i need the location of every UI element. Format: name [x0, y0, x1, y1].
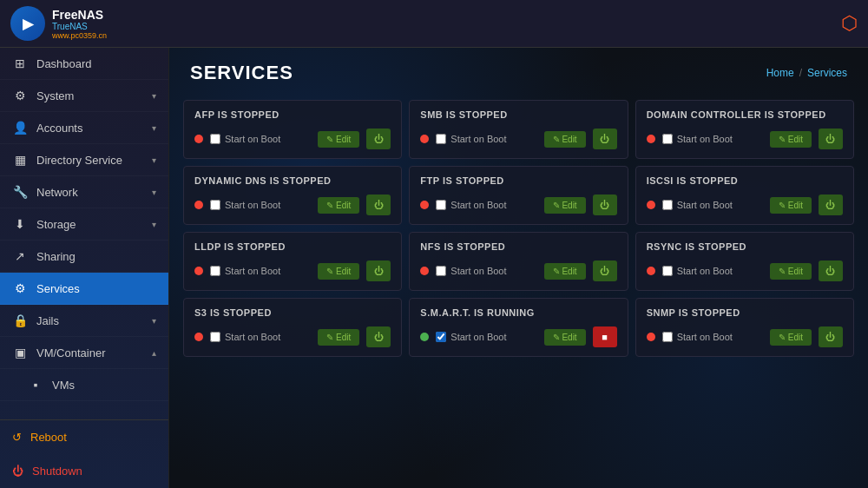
sidebar-item-storage[interactable]: ⬇ Storage ▾ — [0, 208, 168, 241]
service-controls-rsync: Start on Boot✎ Edit⏻ — [647, 260, 843, 281]
sidebar-item-sharing[interactable]: ↗ Sharing — [0, 241, 168, 273]
edit-button-rsync[interactable]: ✎ Edit — [770, 263, 812, 280]
start-boot-checkbox-nfs[interactable] — [436, 266, 446, 276]
start-on-boot-lldp: Start on Boot — [210, 266, 311, 276]
sidebar-item-vm-container[interactable]: ▣ VM/Container ▴ — [0, 337, 168, 369]
edit-button-nfs[interactable]: ✎ Edit — [544, 263, 586, 280]
sidebar-item-vms[interactable]: ▪ VMs — [0, 369, 168, 401]
status-dot-smb — [420, 135, 429, 143]
exit-icon[interactable]: ⬡ — [841, 12, 858, 34]
status-dot-snmp — [647, 333, 655, 341]
service-title-ftp: FTP IS STOPPED — [420, 175, 616, 186]
accounts-icon: 👤 — [12, 121, 28, 135]
service-card-afp: AFP IS STOPPEDStart on Boot✎ Edit⏻ — [183, 100, 402, 159]
edit-button-lldp[interactable]: ✎ Edit — [318, 263, 359, 280]
start-on-boot-snmp: Start on Boot — [662, 332, 763, 342]
sidebar-label-services: Services — [36, 282, 156, 295]
logo: ▶ FreeNAS TrueNAS www.pc0359.cn — [10, 6, 107, 41]
service-controls-s3: Start on Boot✎ Edit⏻ — [194, 326, 391, 347]
power-button-afp[interactable]: ⏻ — [366, 129, 391, 149]
edit-button-afp[interactable]: ✎ Edit — [318, 131, 359, 148]
top-bar: ▶ FreeNAS TrueNAS www.pc0359.cn ⬡ — [0, 0, 868, 48]
power-button-rsync[interactable]: ⏻ — [819, 260, 843, 281]
service-controls-domain-controller: Start on Boot✎ Edit⏻ — [647, 129, 843, 149]
power-button-iscsi[interactable]: ⏻ — [819, 195, 843, 215]
start-boot-checkbox-ftp[interactable] — [436, 200, 446, 210]
start-on-boot-rsync: Start on Boot — [662, 266, 763, 276]
sidebar-label-vms: VMs — [52, 379, 156, 392]
sidebar-item-services[interactable]: ⚙ Services — [0, 273, 168, 305]
sidebar-item-directory-service[interactable]: ▦ Directory Service ▾ — [0, 144, 168, 176]
edit-button-s3[interactable]: ✎ Edit — [318, 329, 359, 346]
chevron-icon: ▴ — [152, 348, 156, 358]
start-boot-checkbox-smart[interactable] — [436, 332, 446, 342]
start-on-boot-dynamic-dns: Start on Boot — [210, 200, 311, 210]
reboot-icon: ↺ — [12, 431, 22, 444]
start-boot-checkbox-domain-controller[interactable] — [662, 134, 673, 144]
chevron-icon: ▾ — [152, 316, 156, 326]
start-on-boot-iscsi: Start on Boot — [662, 200, 763, 210]
sidebar-item-accounts[interactable]: 👤 Accounts ▾ — [0, 112, 168, 144]
sidebar-item-system[interactable]: ⚙ System ▾ — [0, 80, 168, 112]
power-button-smb[interactable]: ⏻ — [593, 129, 617, 149]
power-button-dynamic-dns[interactable]: ⏻ — [366, 195, 391, 215]
chevron-icon: ▾ — [152, 155, 156, 165]
top-bar-right: ⬡ — [841, 12, 858, 35]
service-card-nfs: NFS IS STOPPEDStart on Boot✎ Edit⏻ — [409, 232, 628, 291]
start-boot-checkbox-iscsi[interactable] — [662, 200, 673, 210]
start-boot-checkbox-smb[interactable] — [436, 134, 446, 144]
sidebar-label-accounts: Accounts — [36, 122, 143, 135]
sidebar-item-network[interactable]: 🔧 Network ▾ — [0, 176, 168, 208]
power-button-snmp[interactable]: ⏻ — [819, 326, 843, 347]
sidebar-item-dashboard[interactable]: ⊞ Dashboard — [0, 48, 168, 80]
chevron-icon: ▾ — [152, 91, 156, 101]
page-title: SERVICES — [190, 62, 293, 84]
status-dot-lldp — [194, 267, 203, 275]
edit-button-iscsi[interactable]: ✎ Edit — [770, 197, 812, 214]
sidebar-label-storage: Storage — [36, 218, 143, 231]
power-button-s3[interactable]: ⏻ — [366, 326, 391, 347]
service-card-rsync: RSYNC IS STOPPEDStart on Boot✎ Edit⏻ — [635, 232, 854, 291]
reboot-button[interactable]: ↺ Reboot — [0, 420, 168, 454]
power-button-lldp[interactable]: ⏻ — [366, 260, 391, 281]
start-boot-checkbox-dynamic-dns[interactable] — [210, 200, 220, 210]
logo-title: FreeNAS — [52, 8, 107, 22]
service-title-afp: AFP IS STOPPED — [194, 109, 391, 120]
service-title-snmp: SNMP IS STOPPED — [647, 307, 843, 318]
power-button-domain-controller[interactable]: ⏻ — [819, 129, 843, 149]
start-boot-checkbox-s3[interactable] — [210, 332, 220, 342]
start-boot-label-nfs: Start on Boot — [450, 266, 506, 276]
status-dot-iscsi — [647, 201, 655, 209]
power-button-nfs[interactable]: ⏻ — [593, 260, 617, 281]
start-boot-label-domain-controller: Start on Boot — [677, 134, 733, 144]
service-controls-iscsi: Start on Boot✎ Edit⏻ — [647, 195, 843, 215]
breadcrumb: Home / Services — [766, 67, 847, 79]
edit-button-dynamic-dns[interactable]: ✎ Edit — [318, 197, 359, 214]
start-boot-label-afp: Start on Boot — [225, 134, 280, 144]
start-boot-checkbox-lldp[interactable] — [210, 266, 220, 276]
start-boot-checkbox-snmp[interactable] — [662, 332, 673, 342]
service-controls-nfs: Start on Boot✎ Edit⏻ — [420, 260, 616, 281]
power-button-ftp[interactable]: ⏻ — [593, 195, 617, 215]
breadcrumb-home[interactable]: Home — [766, 67, 794, 79]
content-header: SERVICES Home / Services — [169, 48, 868, 93]
sidebar-label-jails: Jails — [36, 314, 143, 327]
edit-button-smb[interactable]: ✎ Edit — [544, 131, 586, 148]
edit-button-snmp[interactable]: ✎ Edit — [770, 329, 812, 346]
edit-button-domain-controller[interactable]: ✎ Edit — [770, 131, 812, 148]
start-boot-checkbox-rsync[interactable] — [662, 266, 673, 276]
edit-button-ftp[interactable]: ✎ Edit — [544, 197, 586, 214]
edit-button-smart[interactable]: ✎ Edit — [544, 329, 586, 346]
service-card-ftp: FTP IS STOPPEDStart on Boot✎ Edit⏻ — [409, 166, 628, 225]
status-dot-domain-controller — [647, 135, 655, 143]
directory-icon: ▦ — [12, 153, 28, 167]
sidebar-label-system: System — [36, 89, 143, 102]
power-button-smart[interactable]: ■ — [593, 326, 617, 347]
status-dot-dynamic-dns — [194, 201, 203, 209]
sidebar-label-network: Network — [36, 186, 143, 199]
service-title-domain-controller: DOMAIN CONTROLLER IS STOPPED — [647, 109, 843, 120]
start-boot-label-smart: Start on Boot — [450, 332, 506, 342]
shutdown-button[interactable]: ⏻ Shutdown — [0, 454, 168, 488]
start-boot-checkbox-afp[interactable] — [210, 134, 220, 144]
sidebar-item-jails[interactable]: 🔒 Jails ▾ — [0, 305, 168, 337]
